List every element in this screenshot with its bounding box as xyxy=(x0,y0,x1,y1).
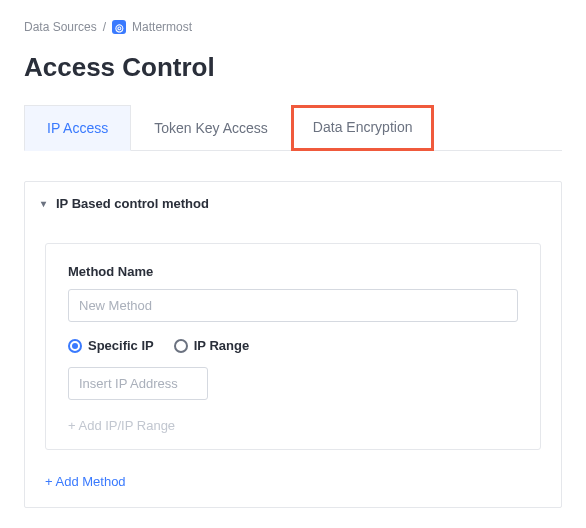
add-ip-range-button[interactable]: + Add IP/IP Range xyxy=(68,418,518,433)
breadcrumb-root[interactable]: Data Sources xyxy=(24,20,97,34)
panel-title: IP Based control method xyxy=(56,196,209,211)
breadcrumb: Data Sources / ◎ Mattermost xyxy=(24,20,562,34)
breadcrumb-separator: / xyxy=(103,20,106,34)
page-title: Access Control xyxy=(24,52,562,83)
add-method-button[interactable]: + Add Method xyxy=(25,460,561,507)
method-name-input[interactable] xyxy=(68,289,518,322)
radio-ip-range[interactable]: IP Range xyxy=(174,338,249,353)
method-name-label: Method Name xyxy=(68,264,518,279)
radio-icon xyxy=(174,339,188,353)
radio-specific-ip[interactable]: Specific IP xyxy=(68,338,154,353)
tabs: IP Access Token Key Access Data Encrypti… xyxy=(24,105,562,151)
panel-header[interactable]: ▾ IP Based control method xyxy=(25,182,561,225)
ip-mode-radio-group: Specific IP IP Range xyxy=(68,338,518,353)
tab-data-encryption[interactable]: Data Encryption xyxy=(291,105,435,151)
mattermost-icon: ◎ xyxy=(112,20,126,34)
ip-address-input[interactable] xyxy=(68,367,208,400)
chevron-down-icon: ▾ xyxy=(41,198,46,209)
ip-control-panel: ▾ IP Based control method Method Name Sp… xyxy=(24,181,562,508)
radio-specific-ip-label: Specific IP xyxy=(88,338,154,353)
breadcrumb-current: Mattermost xyxy=(132,20,192,34)
radio-icon xyxy=(68,339,82,353)
radio-ip-range-label: IP Range xyxy=(194,338,249,353)
method-card: Method Name Specific IP IP Range + Add I… xyxy=(45,243,541,450)
tab-token-key-access[interactable]: Token Key Access xyxy=(131,105,291,150)
tab-ip-access[interactable]: IP Access xyxy=(24,105,131,151)
